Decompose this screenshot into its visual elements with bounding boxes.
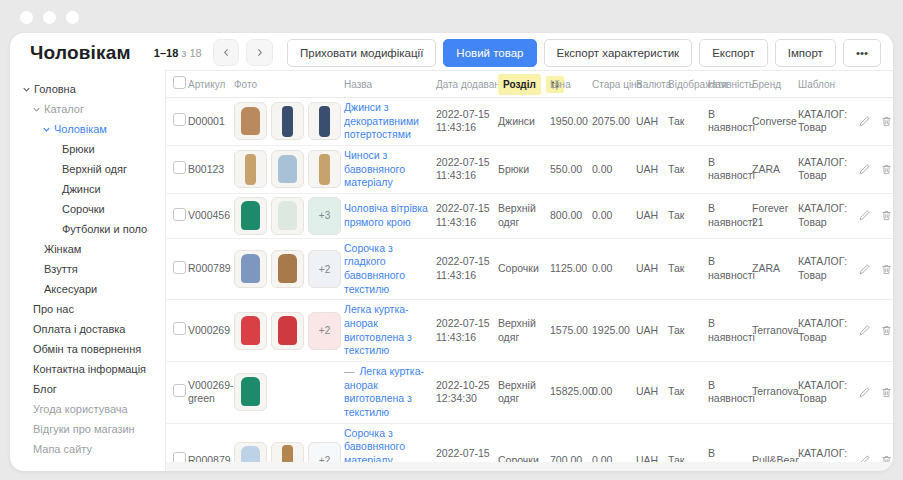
cell-display: Так <box>668 115 708 129</box>
cell-old-price: 0.00 <box>592 163 636 177</box>
product-name-link[interactable]: Чиноси з бавовняного матеріалу <box>344 149 405 188</box>
row-checkbox[interactable] <box>173 261 186 274</box>
row-checkbox[interactable] <box>173 208 186 221</box>
product-thumb[interactable] <box>234 150 267 188</box>
more-actions-button[interactable]: ••• <box>843 39 881 67</box>
select-all-checkbox[interactable] <box>173 76 186 89</box>
product-name-link[interactable]: Чоловіча вітрівка прямого крою <box>344 202 428 228</box>
product-thumb[interactable] <box>234 250 267 288</box>
sidebar-item-8[interactable]: Жінкам <box>10 239 165 259</box>
edit-button[interactable] <box>858 163 871 176</box>
edit-button[interactable] <box>858 324 871 337</box>
sidebar-item-6[interactable]: Сорочки <box>10 199 165 219</box>
cell-section: Сорочки <box>498 262 550 276</box>
sidebar-item-label: Головна <box>34 83 76 95</box>
product-thumb[interactable] <box>271 150 304 188</box>
sidebar-item-13[interactable]: Обмін та повернення <box>10 339 165 359</box>
product-thumb[interactable] <box>271 197 304 235</box>
cell-display: Так <box>668 262 708 276</box>
delete-button[interactable] <box>880 163 893 176</box>
sidebar-item-16[interactable]: Угода користувача <box>10 399 165 419</box>
chevron-down-icon <box>22 85 32 94</box>
more-photos-badge[interactable]: +2 <box>308 250 341 288</box>
cell-display: Так <box>668 163 708 177</box>
cell-brand: Forever 21 <box>752 202 798 229</box>
sidebar-item-5[interactable]: Джинси <box>10 179 165 199</box>
export-attributes-button[interactable]: Експорт характеристик <box>544 39 693 67</box>
product-name-link[interactable]: Легка куртка-анорак виготовлена з тексти… <box>344 303 412 356</box>
garment-shape <box>241 377 261 406</box>
product-thumb[interactable] <box>271 102 304 140</box>
product-thumb[interactable] <box>234 373 267 411</box>
cell-name: Легка куртка-анорак виготовлена з тексти… <box>344 303 436 358</box>
chevron-right-icon <box>255 48 264 57</box>
prev-page-button[interactable] <box>213 39 240 66</box>
cell-checkbox <box>166 322 188 339</box>
product-thumb[interactable] <box>271 312 304 350</box>
product-name-link[interactable]: Джинси з декоративними потертостями <box>344 101 419 140</box>
product-thumb[interactable] <box>271 250 304 288</box>
product-thumb[interactable] <box>234 102 267 140</box>
sidebar-item-7[interactable]: Футболки и поло <box>10 219 165 239</box>
cell-photos <box>234 102 344 140</box>
next-page-button[interactable] <box>246 39 273 66</box>
sidebar-item-17[interactable]: Відгуки про магазин <box>10 419 165 439</box>
cell-name: — Легка куртка-анорак виготовлена з текс… <box>344 365 436 420</box>
edit-pencil-icon <box>858 209 871 222</box>
sidebar-item-10[interactable]: Аксесуари <box>10 279 165 299</box>
delete-button[interactable] <box>880 386 893 399</box>
cell-price: 550.00 <box>550 163 592 177</box>
sidebar-item-3[interactable]: Брюки <box>10 139 165 159</box>
sidebar-item-11[interactable]: Про нас <box>10 299 165 319</box>
chevron-left-icon <box>222 48 231 57</box>
import-button[interactable]: Імпорт <box>775 39 836 67</box>
modification-dash: — <box>344 365 357 377</box>
sidebar-item-label: Взуття <box>44 263 78 275</box>
delete-button[interactable] <box>880 263 893 276</box>
garment-shape <box>278 316 298 345</box>
column-header-label[interactable]: Розділ <box>498 74 541 95</box>
sidebar-item-0[interactable]: Головна <box>10 79 165 99</box>
new-product-button[interactable]: Новий товар <box>443 39 536 67</box>
export-button[interactable]: Експорт <box>699 39 768 67</box>
table-header-row: АртикулФотоНазваДата додаванняРозділЦіна… <box>166 71 893 98</box>
row-checkbox[interactable] <box>173 322 186 335</box>
edit-button[interactable] <box>858 115 871 128</box>
sidebar-item-label: Блог <box>33 383 57 395</box>
product-thumb[interactable] <box>234 312 267 350</box>
column-header-currency: Валюта <box>636 78 668 91</box>
sidebar-item-15[interactable]: Блог <box>10 379 165 399</box>
edit-button[interactable] <box>858 263 871 276</box>
chevron-down-icon <box>42 125 52 134</box>
row-checkbox[interactable] <box>173 384 186 397</box>
delete-button[interactable] <box>880 115 893 128</box>
product-name-link[interactable]: Сорочка з гладкого бавовняного текстилю <box>344 242 405 295</box>
edit-button[interactable] <box>858 386 871 399</box>
sidebar-item-1[interactable]: Каталог <box>10 99 165 119</box>
sidebar-item-18[interactable]: Мапа сайту <box>10 439 165 459</box>
delete-button[interactable] <box>880 209 893 222</box>
sidebar-item-label: Мапа сайту <box>33 443 92 455</box>
edit-button[interactable] <box>858 209 871 222</box>
row-checkbox[interactable] <box>173 161 186 174</box>
product-thumb[interactable] <box>308 150 341 188</box>
product-thumb[interactable] <box>234 197 267 235</box>
sidebar-item-2[interactable]: Чоловікам <box>10 119 165 139</box>
cell-currency: UAH <box>636 324 668 338</box>
more-photos-badge[interactable]: +3 <box>308 197 341 235</box>
cell-brand: Terranova <box>752 324 798 338</box>
product-thumb[interactable] <box>308 102 341 140</box>
delete-button[interactable] <box>880 324 893 337</box>
sidebar-item-12[interactable]: Оплата і доставка <box>10 319 165 339</box>
scrollbar-track[interactable] <box>166 462 893 471</box>
more-photos-badge[interactable]: +2 <box>308 312 341 350</box>
table-row: D00001Джинси з декоративними потертостям… <box>166 98 893 146</box>
sidebar-item-label: Чоловікам <box>54 123 107 135</box>
hide-modifications-button[interactable]: Приховати модифікації <box>287 39 436 67</box>
cell-date: 2022-07-15 11:43:16 <box>436 202 498 229</box>
row-checkbox[interactable] <box>173 113 186 126</box>
sidebar-item-14[interactable]: Контактна інформація <box>10 359 165 379</box>
cell-actions <box>858 115 893 128</box>
sidebar-item-9[interactable]: Взуття <box>10 259 165 279</box>
sidebar-item-4[interactable]: Верхній одяг <box>10 159 165 179</box>
